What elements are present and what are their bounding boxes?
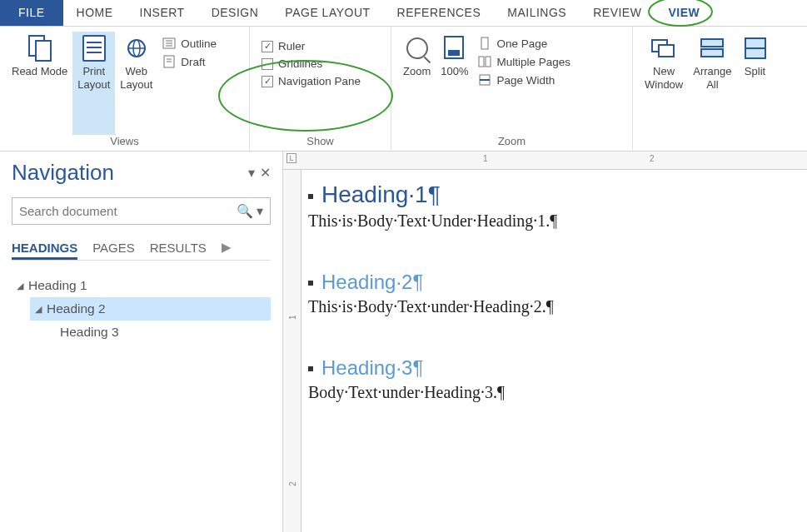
heading-2[interactable]: Heading·2¶ [321, 271, 423, 294]
nav-tab-pages[interactable]: PAGES [92, 241, 135, 255]
tab-view[interactable]: VIEW [655, 0, 713, 26]
tab-home[interactable]: HOME [63, 0, 127, 26]
group-show: ✓ Ruler Gridlines ✓ Navigation Pane Show [250, 27, 391, 151]
vertical-ruler[interactable]: 1 2 [283, 170, 301, 532]
print-layout-button[interactable]: Print Layout [72, 32, 115, 135]
print-layout-label: Print Layout [77, 65, 110, 91]
tab-view-label: VIEW [668, 6, 700, 19]
arrange-all-button[interactable]: Arrange All [688, 32, 736, 149]
page-width-icon [478, 73, 491, 87]
tree-item-label: Heading 3 [60, 325, 119, 340]
search-icon[interactable]: 🔍 [237, 203, 253, 219]
svg-rect-20 [701, 49, 723, 57]
draft-label: Draft [181, 56, 205, 68]
navigation-pane-checkbox[interactable]: ✓ Navigation Pane [262, 75, 379, 87]
ruler-checkbox[interactable]: ✓ Ruler [262, 40, 379, 52]
draft-icon [162, 55, 176, 68]
page-width-button[interactable]: Page Width [478, 73, 570, 87]
read-mode-button[interactable]: Read Mode [7, 32, 72, 135]
document-page[interactable]: Heading·1¶ This·is·Body·Text·Under·Headi… [308, 177, 804, 402]
read-mode-label: Read Mode [12, 65, 67, 78]
tab-references[interactable]: REFERENCES [384, 0, 495, 26]
split-icon [742, 35, 769, 62]
collapse-heading-icon[interactable] [308, 194, 313, 199]
gridlines-checkbox[interactable]: Gridlines [262, 57, 379, 70]
pane-options-dropdown[interactable]: ▾ [248, 165, 255, 181]
page-width-label: Page Width [496, 74, 555, 87]
nav-tab-results[interactable]: RESULTS [150, 241, 207, 255]
tab-design[interactable]: DESIGN [198, 0, 272, 26]
outline-button[interactable]: Outline [162, 37, 217, 50]
gridlines-label: Gridlines [278, 57, 322, 70]
ribbon-tabs: FILE HOME INSERT DESIGN PAGE LAYOUT REFE… [0, 0, 807, 27]
tab-mailings[interactable]: MAILINGS [494, 0, 580, 26]
tab-page-layout[interactable]: PAGE LAYOUT [271, 0, 383, 26]
zoom-icon [404, 35, 431, 62]
svg-rect-13 [479, 57, 484, 67]
svg-rect-12 [481, 37, 488, 49]
collapse-triangle-icon[interactable]: ◢ [35, 304, 42, 315]
one-page-label: One Page [496, 37, 547, 50]
collapse-heading-icon[interactable] [308, 366, 313, 371]
hundred-percent-icon [441, 35, 468, 62]
group-show-label: Show [257, 135, 384, 149]
multiple-pages-icon [478, 55, 491, 68]
web-layout-icon [123, 35, 150, 62]
tab-file[interactable]: FILE [0, 0, 63, 26]
draft-button[interactable]: Draft [162, 55, 217, 68]
tab-review[interactable]: REVIEW [580, 0, 655, 26]
new-window-icon [650, 35, 677, 62]
collapse-triangle-icon[interactable]: ◢ [17, 281, 23, 291]
checkbox-checked-icon: ✓ [262, 76, 273, 87]
svg-rect-14 [486, 57, 491, 67]
horizontal-ruler[interactable]: L 1 2 [283, 152, 807, 170]
nav-tab-headings[interactable]: HEADINGS [12, 241, 77, 260]
checkbox-checked-icon: ✓ [262, 41, 273, 52]
body-text[interactable]: This·is·Body·Text·Under·Heading·1.¶ [308, 211, 804, 231]
tree-item-heading1[interactable]: ◢ Heading 1 [12, 274, 271, 297]
tree-item-heading3[interactable]: Heading 3 [55, 321, 271, 344]
tree-item-heading2[interactable]: ◢ Heading 2 [30, 297, 271, 321]
zoom-label: Zoom [403, 65, 431, 78]
tree-item-label: Heading 1 [28, 278, 87, 293]
search-dropdown-icon[interactable]: ▾ [257, 203, 263, 219]
hundred-percent-button[interactable]: 100% [436, 32, 473, 135]
tree-item-label: Heading 2 [47, 301, 106, 316]
read-mode-icon [27, 35, 53, 62]
heading-3[interactable]: Heading·3¶ [321, 356, 423, 380]
web-layout-label: Web Layout [120, 65, 152, 91]
heading-1[interactable]: Heading·1¶ [321, 181, 441, 208]
multiple-pages-button[interactable]: Multiple Pages [478, 55, 570, 68]
group-window: New Window Arrange All Split [633, 27, 807, 151]
tab-selector-icon[interactable]: L [286, 153, 296, 163]
close-icon[interactable]: ✕ [260, 165, 271, 181]
navigation-pane-title: Navigation [12, 160, 114, 186]
split-button[interactable]: Split [737, 32, 774, 149]
one-page-icon [478, 37, 491, 50]
multiple-pages-label: Multiple Pages [496, 56, 570, 68]
group-views: Read Mode Print Layout Web Layout Outlin… [0, 27, 250, 151]
ruler-tick-label: 1 [288, 315, 297, 320]
navigation-pane: Navigation ▾ ✕ 🔍 ▾ HEADINGS PAGES RESULT… [0, 152, 283, 532]
nav-tab-overflow[interactable]: ▶ [222, 240, 232, 255]
new-window-button[interactable]: New Window [640, 32, 688, 149]
arrange-all-icon [699, 35, 725, 62]
body-text[interactable]: This·is·Body·Text·under·Heading·2.¶ [308, 297, 804, 316]
ribbon-view: Read Mode Print Layout Web Layout Outlin… [0, 27, 807, 152]
outline-label: Outline [181, 37, 217, 50]
zoom-button[interactable]: Zoom [398, 32, 436, 135]
search-input-container[interactable]: 🔍 ▾ [12, 197, 271, 225]
body-text[interactable]: Body·Text·under·Heading·3.¶ [308, 383, 804, 402]
document-area[interactable]: L 1 2 1 2 Heading·1¶ This·is·Body·Text·U… [283, 152, 807, 532]
navigation-pane-label: Navigation Pane [278, 75, 361, 87]
main-area: Navigation ▾ ✕ 🔍 ▾ HEADINGS PAGES RESULT… [0, 152, 807, 532]
collapse-heading-icon[interactable] [308, 281, 313, 286]
ruler-tick-label: 2 [288, 481, 297, 486]
web-layout-button[interactable]: Web Layout [115, 32, 157, 135]
one-page-button[interactable]: One Page [478, 37, 570, 50]
ruler-tick-label: 2 [650, 154, 655, 163]
group-zoom-label: Zoom [398, 135, 625, 149]
group-zoom: Zoom 100% One Page Multiple Pages Page W… [391, 27, 633, 151]
tab-insert[interactable]: INSERT [127, 0, 198, 26]
search-input[interactable] [19, 204, 237, 218]
